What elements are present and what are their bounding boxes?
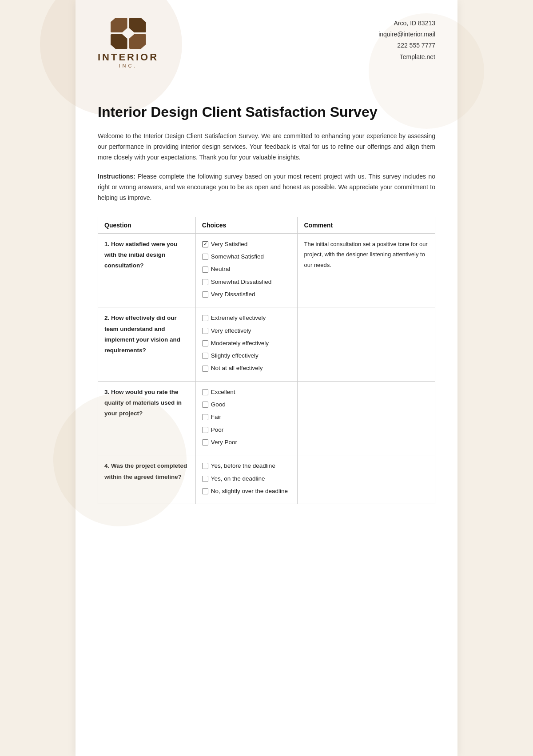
choice-item[interactable]: Neutral (202, 264, 291, 275)
col-header-question: Question (98, 217, 196, 233)
choice-label: Very effectively (211, 326, 251, 336)
choices-cell-2: Extremely effectivelyVery effectivelyMod… (195, 307, 298, 381)
choice-item[interactable]: Very Poor (202, 437, 291, 448)
choice-item[interactable]: No, slightly over the deadline (202, 486, 291, 497)
checkbox-unchecked[interactable] (202, 414, 208, 420)
choice-label: Moderately effectively (211, 338, 269, 349)
choice-item[interactable]: Good (202, 399, 291, 410)
bg-decoration-bottom (53, 393, 187, 526)
choice-item[interactable]: Extremely effectively (202, 313, 291, 323)
choice-item[interactable]: Moderately effectively (202, 338, 291, 349)
checkbox-unchecked[interactable] (202, 488, 208, 494)
checkbox-unchecked[interactable] (202, 291, 208, 298)
checkbox-unchecked[interactable] (202, 315, 208, 321)
survey-title: Interior Design Client Satisfaction Surv… (98, 104, 435, 120)
instructions-body: Please complete the following survey bas… (98, 173, 435, 201)
choice-label: Somewhat Dissatisfied (211, 277, 272, 287)
choice-label: Extremely effectively (211, 313, 266, 323)
choice-label: Very Satisfied (211, 239, 248, 250)
choices-cell-1: Very SatisfiedSomewhat SatisfiedNeutralS… (195, 233, 298, 307)
col-header-comment: Comment (298, 217, 435, 233)
instructions-text: Instructions: Please complete the follow… (98, 171, 435, 203)
company-address: Arco, ID 83213 (378, 18, 435, 29)
question-cell-2: 2. How effectively did our team understa… (98, 307, 196, 381)
checkbox-unchecked[interactable] (202, 328, 208, 334)
page: INTERIOR INC. Arco, ID 83213 inquire@int… (76, 0, 457, 756)
choice-item[interactable]: Excellent (202, 387, 291, 398)
checkbox-unchecked[interactable] (202, 402, 208, 408)
choices-cell-3: ExcellentGoodFairPoorVery Poor (195, 381, 298, 455)
checkbox-unchecked[interactable] (202, 389, 208, 395)
checkbox-unchecked[interactable] (202, 439, 208, 446)
checkbox-unchecked[interactable] (202, 340, 208, 346)
choice-label: Good (211, 399, 226, 410)
choice-item[interactable]: Somewhat Satisfied (202, 251, 291, 262)
col-header-choices: Choices (195, 217, 298, 233)
choice-label: Neutral (211, 264, 231, 275)
comment-cell-1: The initial consultation set a positive … (298, 233, 435, 307)
company-website: Template.net (378, 52, 435, 63)
header: INTERIOR INC. Arco, ID 83213 inquire@int… (76, 0, 457, 82)
choice-label: Fair (211, 412, 221, 422)
logo-square-1 (111, 18, 127, 32)
checkbox-unchecked[interactable] (202, 254, 208, 260)
choice-label: Not at all effectively (211, 363, 263, 374)
instructions-label: Instructions: (98, 173, 135, 180)
logo-square-3 (111, 34, 127, 49)
checkbox-unchecked[interactable] (202, 353, 208, 359)
choice-item[interactable]: Very Satisfied (202, 239, 291, 250)
checkbox-unchecked[interactable] (202, 463, 208, 469)
comment-cell-2 (298, 307, 435, 381)
company-email: inquire@interior.mail (378, 29, 435, 40)
choice-item[interactable]: Yes, before the deadline (202, 461, 291, 471)
logo-square-4 (129, 34, 146, 49)
question-cell-1: 1. How satisfied were you with the initi… (98, 233, 196, 307)
choice-label: Slightly effectively (211, 350, 259, 361)
choice-label: Poor (211, 425, 224, 435)
logo-area: INTERIOR INC. (98, 18, 159, 68)
checkbox-unchecked[interactable] (202, 267, 208, 273)
choice-item[interactable]: Yes, on the deadline (202, 473, 291, 484)
choice-label: Somewhat Satisfied (211, 251, 264, 262)
logo-square-2 (129, 18, 146, 32)
checkbox-unchecked[interactable] (202, 476, 208, 482)
intro-text: Welcome to the Interior Design Client Sa… (98, 131, 435, 163)
company-phone: 222 555 7777 (378, 40, 435, 51)
comment-cell-3 (298, 381, 435, 455)
contact-info: Arco, ID 83213 inquire@interior.mail 222… (378, 18, 435, 63)
choice-label: Very Poor (211, 437, 237, 448)
choice-item[interactable]: Somewhat Dissatisfied (202, 277, 291, 287)
table-header-row: Question Choices Comment (98, 217, 435, 233)
choice-label: Yes, on the deadline (211, 473, 265, 484)
comment-cell-4 (298, 455, 435, 504)
company-sub: INC. (119, 63, 138, 68)
choice-item[interactable]: Not at all effectively (202, 363, 291, 374)
table-row: 2. How effectively did our team understa… (98, 307, 435, 381)
choice-item[interactable]: Poor (202, 425, 291, 435)
logo-icon (111, 18, 146, 49)
choice-label: No, slightly over the deadline (211, 486, 288, 497)
choices-cell-4: Yes, before the deadlineYes, on the dead… (195, 455, 298, 504)
checkbox-unchecked[interactable] (202, 366, 208, 372)
choice-label: Yes, before the deadline (211, 461, 275, 471)
choice-label: Very Dissatisfied (211, 289, 255, 300)
checkbox-unchecked[interactable] (202, 279, 208, 285)
choice-item[interactable]: Very Dissatisfied (202, 289, 291, 300)
table-row: 1. How satisfied were you with the initi… (98, 233, 435, 307)
choice-item[interactable]: Slightly effectively (202, 350, 291, 361)
choice-item[interactable]: Fair (202, 412, 291, 422)
choice-item[interactable]: Very effectively (202, 326, 291, 336)
main-content: Interior Design Client Satisfaction Surv… (76, 82, 457, 526)
choice-label: Excellent (211, 387, 235, 398)
checkbox-checked[interactable] (202, 241, 208, 247)
checkbox-unchecked[interactable] (202, 427, 208, 433)
company-name: INTERIOR (98, 52, 159, 63)
